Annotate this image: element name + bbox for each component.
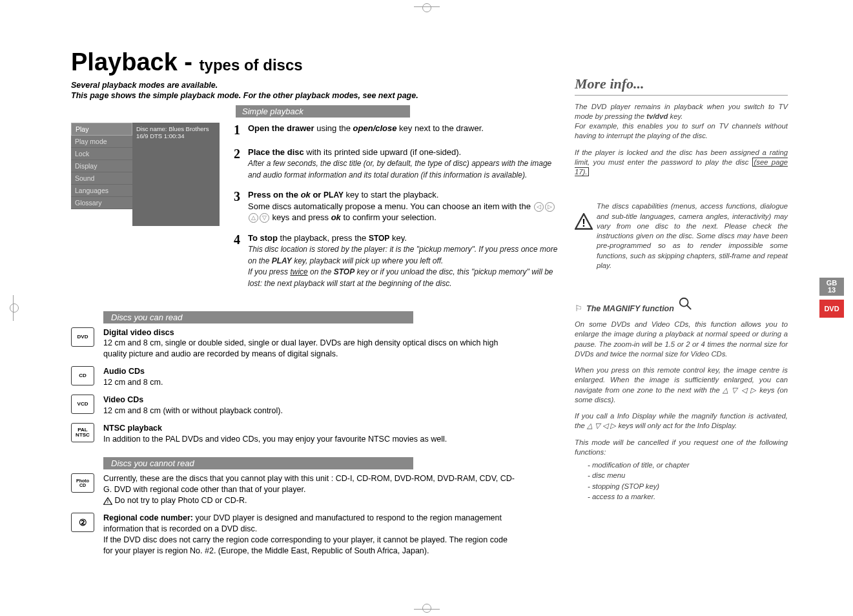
- disc-format-icon: VCD: [71, 395, 94, 414]
- disc-type-block: PALNTSCNTSC playbackIn addition to the P…: [71, 423, 562, 445]
- disc-format-icon: PALNTSC: [71, 423, 94, 442]
- region-code-icon: ②: [71, 513, 94, 532]
- step-number: 4: [234, 232, 248, 289]
- disc-type-text: Digital video discs12 cm and 8 cm, singl…: [103, 327, 517, 360]
- step: 4To stop the playback, press the STOP ke…: [234, 232, 562, 289]
- magnify-heading: The MAGNIFY function: [586, 304, 674, 313]
- step-body: Place the disc with its printed side upw…: [248, 147, 562, 181]
- step: 3Press on the ok or PLAY key to start th…: [234, 189, 562, 223]
- list-item: - stopping (STOP key): [588, 481, 788, 491]
- osd-menu-item: Sound: [71, 172, 132, 185]
- magnify-p2: When you press on this remote control ke…: [575, 365, 788, 405]
- step-number: 3: [234, 189, 248, 223]
- warning-icon: !: [103, 497, 112, 505]
- magnify-icon: [678, 296, 692, 313]
- list-item: - modification of title, or chapter: [588, 460, 788, 470]
- disc-type-block: CDAudio CDs12 cm and 8 cm.: [71, 366, 562, 388]
- side-tabs: GB13 DVD: [819, 278, 844, 318]
- up-icon: △: [249, 213, 258, 223]
- osd-disc-name: Disc name: Blues Brothers: [136, 125, 216, 133]
- step-body: Press on the ok or PLAY key to start the…: [248, 189, 562, 223]
- disc-type-block: DVDDigital video discs12 cm and 8 cm, si…: [71, 327, 562, 360]
- down-icon: ▽: [260, 213, 269, 223]
- info-tvdvd: The DVD player remains in playback when …: [575, 102, 788, 141]
- step-number: 2: [234, 147, 248, 181]
- right-icon: ▷: [545, 202, 555, 212]
- step: 2Place the disc with its printed side up…: [234, 147, 562, 181]
- osd-menu-item: Languages: [71, 185, 132, 197]
- section-discs-you-can-read: Discs you can read: [103, 311, 413, 323]
- disc-format-icon: DVD: [71, 327, 94, 347]
- cannot-read-text: Currently, these are the discs that you …: [103, 473, 517, 506]
- magnify-p1: On some DVDs and Video CDs, this functio…: [575, 320, 788, 359]
- more-info-title: More info...: [575, 76, 788, 96]
- osd-menu-item: Display: [71, 160, 132, 172]
- step-body: To stop the playback, press the STOP key…: [248, 232, 562, 289]
- magnify-p3: If you call a Info Display while the mag…: [575, 411, 788, 431]
- osd-menu-item: Glossary: [71, 197, 132, 209]
- photo-cd-icon: PhotoCD: [71, 473, 94, 493]
- osd-menu-illustration: PlayPlay modeLockDisplaySoundLanguagesGl…: [71, 123, 220, 226]
- crop-mark-left: [13, 295, 26, 321]
- svg-text:!: !: [582, 217, 585, 229]
- osd-menu-item: Play: [71, 123, 132, 136]
- regional-code-text: Regional code number: your DVD player is…: [103, 513, 517, 557]
- disc-type-text: Audio CDs12 cm and 8 cm.: [103, 366, 163, 388]
- svg-line-3: [687, 305, 691, 309]
- section-simple-playback: Simple playback: [236, 105, 410, 118]
- page-title: Playback - types of discs: [71, 48, 801, 76]
- section-discs-you-cannot-read: Discs you cannot read: [103, 457, 413, 469]
- flag-icon: ⚐: [575, 303, 582, 313]
- osd-menu-item: Lock: [71, 148, 132, 160]
- osd-disc-info: 16/9 DTS 1:00:34: [136, 132, 216, 140]
- osd-menu-item: Play mode: [71, 136, 132, 148]
- magnify-p4: This mode will be cancelled if you reque…: [575, 438, 788, 458]
- tab-dvd: DVD: [819, 300, 844, 318]
- magnify-cancel-list: - modification of title, or chapter- dis…: [588, 460, 788, 502]
- crop-mark-bottom: [414, 597, 440, 610]
- crop-mark-top: [414, 6, 440, 19]
- list-item: - access to a marker.: [588, 491, 788, 502]
- step: 1Open the drawer using the open/close ke…: [234, 123, 562, 138]
- disc-type-text: NTSC playbackIn addition to the PAL DVDs…: [103, 423, 447, 445]
- step-number: 1: [234, 123, 248, 138]
- list-item: - disc menu: [588, 470, 788, 480]
- step-body: Open the drawer using the open/close key…: [248, 123, 562, 138]
- tab-gb: GB13: [819, 278, 844, 296]
- svg-point-2: [680, 298, 688, 307]
- disc-capabilities-warning: The discs capabilities (menus, access fu…: [597, 201, 788, 271]
- disc-type-block: VCDVideo CDs12 cm and 8 cm (with or with…: [71, 395, 562, 416]
- disc-type-text: Video CDs12 cm and 8 cm (with or without…: [103, 395, 283, 416]
- svg-text:!: !: [107, 499, 108, 504]
- left-icon: ◁: [534, 202, 544, 212]
- info-lock: If the player is locked and the disc has…: [575, 148, 788, 178]
- disc-format-icon: CD: [71, 366, 94, 385]
- warning-triangle-icon: !: [575, 213, 593, 271]
